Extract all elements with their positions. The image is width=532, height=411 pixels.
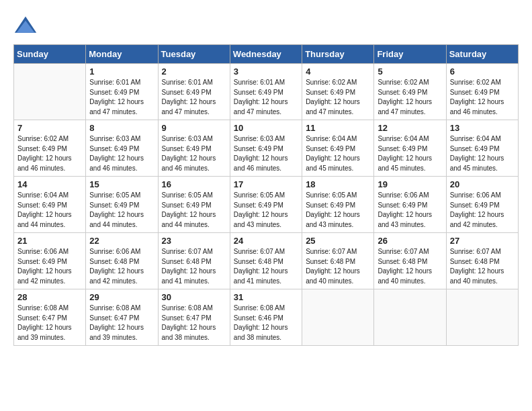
calendar-cell: 12Sunrise: 6:04 AMSunset: 6:49 PMDayligh… <box>374 120 446 177</box>
day-info: Sunrise: 6:06 AMSunset: 6:49 PMDaylight:… <box>17 247 82 286</box>
calendar-cell: 20Sunrise: 6:06 AMSunset: 6:49 PMDayligh… <box>446 177 518 233</box>
calendar-cell: 21Sunrise: 6:06 AMSunset: 6:49 PMDayligh… <box>14 233 86 289</box>
page-header <box>13 13 519 38</box>
calendar-cell: 25Sunrise: 6:07 AMSunset: 6:48 PMDayligh… <box>302 233 374 289</box>
day-number: 29 <box>89 292 154 302</box>
day-number: 27 <box>450 236 515 246</box>
calendar-cell <box>302 289 374 346</box>
day-info: Sunrise: 6:02 AMSunset: 6:49 PMDaylight:… <box>378 78 442 117</box>
logo <box>13 13 42 38</box>
calendar-cell <box>374 289 446 346</box>
day-number: 23 <box>162 236 226 246</box>
calendar-cell: 7Sunrise: 6:02 AMSunset: 6:49 PMDaylight… <box>14 120 86 177</box>
calendar-cell: 5Sunrise: 6:02 AMSunset: 6:49 PMDaylight… <box>374 64 446 120</box>
day-number: 30 <box>162 292 226 302</box>
calendar-cell: 31Sunrise: 6:08 AMSunset: 6:46 PMDayligh… <box>230 289 302 346</box>
day-info: Sunrise: 6:08 AMSunset: 6:47 PMDaylight:… <box>89 304 154 342</box>
day-info: Sunrise: 6:06 AMSunset: 6:49 PMDaylight:… <box>450 191 515 230</box>
day-number: 7 <box>17 123 82 133</box>
calendar-cell <box>14 64 86 120</box>
week-row-4: 28Sunrise: 6:08 AMSunset: 6:47 PMDayligh… <box>14 289 519 346</box>
calendar-cell: 26Sunrise: 6:07 AMSunset: 6:48 PMDayligh… <box>374 233 446 289</box>
day-info: Sunrise: 6:01 AMSunset: 6:49 PMDaylight:… <box>89 78 154 117</box>
day-number: 6 <box>450 66 515 77</box>
day-number: 24 <box>234 236 298 246</box>
calendar-cell: 2Sunrise: 6:01 AMSunset: 6:49 PMDaylight… <box>158 64 230 120</box>
day-info: Sunrise: 6:02 AMSunset: 6:49 PMDaylight:… <box>17 134 82 173</box>
header-sunday: Sunday <box>14 45 86 64</box>
day-info: Sunrise: 6:04 AMSunset: 6:49 PMDaylight:… <box>450 134 515 173</box>
day-number: 19 <box>378 179 442 189</box>
day-info: Sunrise: 6:02 AMSunset: 6:49 PMDaylight:… <box>306 78 370 117</box>
header-tuesday: Tuesday <box>158 45 230 64</box>
day-number: 12 <box>378 123 442 133</box>
day-number: 16 <box>162 179 226 189</box>
day-info: Sunrise: 6:07 AMSunset: 6:48 PMDaylight:… <box>162 247 226 286</box>
day-number: 25 <box>306 236 370 246</box>
header-friday: Friday <box>374 45 446 64</box>
calendar-cell: 17Sunrise: 6:05 AMSunset: 6:49 PMDayligh… <box>230 177 302 233</box>
day-number: 9 <box>162 123 226 133</box>
header-monday: Monday <box>86 45 158 64</box>
day-number: 20 <box>450 179 515 189</box>
day-number: 31 <box>234 292 298 302</box>
calendar-cell: 27Sunrise: 6:07 AMSunset: 6:48 PMDayligh… <box>446 233 518 289</box>
day-info: Sunrise: 6:04 AMSunset: 6:49 PMDaylight:… <box>306 134 370 173</box>
calendar-cell: 1Sunrise: 6:01 AMSunset: 6:49 PMDaylight… <box>86 64 158 120</box>
day-info: Sunrise: 6:08 AMSunset: 6:47 PMDaylight:… <box>162 304 226 342</box>
day-info: Sunrise: 6:05 AMSunset: 6:49 PMDaylight:… <box>306 191 370 230</box>
calendar-cell: 8Sunrise: 6:03 AMSunset: 6:49 PMDaylight… <box>86 120 158 177</box>
day-info: Sunrise: 6:04 AMSunset: 6:49 PMDaylight:… <box>17 191 82 230</box>
calendar-cell: 29Sunrise: 6:08 AMSunset: 6:47 PMDayligh… <box>86 289 158 346</box>
calendar-cell: 22Sunrise: 6:06 AMSunset: 6:48 PMDayligh… <box>86 233 158 289</box>
calendar-header-row: SundayMondayTuesdayWednesdayThursdayFrid… <box>14 45 519 64</box>
day-info: Sunrise: 6:01 AMSunset: 6:49 PMDaylight:… <box>162 78 226 117</box>
calendar-cell: 19Sunrise: 6:06 AMSunset: 6:49 PMDayligh… <box>374 177 446 233</box>
day-number: 11 <box>306 123 370 133</box>
calendar-cell: 11Sunrise: 6:04 AMSunset: 6:49 PMDayligh… <box>302 120 374 177</box>
week-row-2: 14Sunrise: 6:04 AMSunset: 6:49 PMDayligh… <box>14 177 519 233</box>
calendar-cell: 13Sunrise: 6:04 AMSunset: 6:49 PMDayligh… <box>446 120 518 177</box>
calendar-cell: 23Sunrise: 6:07 AMSunset: 6:48 PMDayligh… <box>158 233 230 289</box>
day-number: 10 <box>234 123 298 133</box>
calendar-cell: 16Sunrise: 6:05 AMSunset: 6:49 PMDayligh… <box>158 177 230 233</box>
calendar-cell: 9Sunrise: 6:03 AMSunset: 6:49 PMDaylight… <box>158 120 230 177</box>
header-wednesday: Wednesday <box>230 45 302 64</box>
calendar-table: SundayMondayTuesdayWednesdayThursdayFrid… <box>13 44 519 346</box>
calendar-cell: 24Sunrise: 6:07 AMSunset: 6:48 PMDayligh… <box>230 233 302 289</box>
day-info: Sunrise: 6:05 AMSunset: 6:49 PMDaylight:… <box>234 191 298 230</box>
calendar-cell: 14Sunrise: 6:04 AMSunset: 6:49 PMDayligh… <box>14 177 86 233</box>
day-number: 14 <box>17 179 82 189</box>
day-info: Sunrise: 6:08 AMSunset: 6:47 PMDaylight:… <box>17 304 82 342</box>
calendar-cell <box>446 289 518 346</box>
day-info: Sunrise: 6:03 AMSunset: 6:49 PMDaylight:… <box>234 134 298 173</box>
calendar-cell: 30Sunrise: 6:08 AMSunset: 6:47 PMDayligh… <box>158 289 230 346</box>
calendar-cell: 18Sunrise: 6:05 AMSunset: 6:49 PMDayligh… <box>302 177 374 233</box>
calendar-cell: 10Sunrise: 6:03 AMSunset: 6:49 PMDayligh… <box>230 120 302 177</box>
header-saturday: Saturday <box>446 45 518 64</box>
day-number: 17 <box>234 179 298 189</box>
day-info: Sunrise: 6:06 AMSunset: 6:49 PMDaylight:… <box>378 191 442 230</box>
day-info: Sunrise: 6:01 AMSunset: 6:49 PMDaylight:… <box>234 78 298 117</box>
day-info: Sunrise: 6:05 AMSunset: 6:49 PMDaylight:… <box>162 191 226 230</box>
calendar-cell: 15Sunrise: 6:05 AMSunset: 6:49 PMDayligh… <box>86 177 158 233</box>
logo-icon <box>13 13 38 38</box>
calendar-cell: 3Sunrise: 6:01 AMSunset: 6:49 PMDaylight… <box>230 64 302 120</box>
day-info: Sunrise: 6:05 AMSunset: 6:49 PMDaylight:… <box>89 191 154 230</box>
day-info: Sunrise: 6:07 AMSunset: 6:48 PMDaylight:… <box>306 247 370 286</box>
day-info: Sunrise: 6:02 AMSunset: 6:49 PMDaylight:… <box>450 78 515 117</box>
day-number: 4 <box>306 66 370 77</box>
header-thursday: Thursday <box>302 45 374 64</box>
day-number: 13 <box>450 123 515 133</box>
day-number: 18 <box>306 179 370 189</box>
day-info: Sunrise: 6:07 AMSunset: 6:48 PMDaylight:… <box>234 247 298 286</box>
day-number: 5 <box>378 66 442 77</box>
day-info: Sunrise: 6:06 AMSunset: 6:48 PMDaylight:… <box>89 247 154 286</box>
calendar-cell: 28Sunrise: 6:08 AMSunset: 6:47 PMDayligh… <box>14 289 86 346</box>
day-info: Sunrise: 6:03 AMSunset: 6:49 PMDaylight:… <box>89 134 154 173</box>
day-number: 3 <box>234 66 298 77</box>
day-number: 26 <box>378 236 442 246</box>
week-row-3: 21Sunrise: 6:06 AMSunset: 6:49 PMDayligh… <box>14 233 519 289</box>
day-number: 28 <box>17 292 82 302</box>
week-row-1: 7Sunrise: 6:02 AMSunset: 6:49 PMDaylight… <box>14 120 519 177</box>
